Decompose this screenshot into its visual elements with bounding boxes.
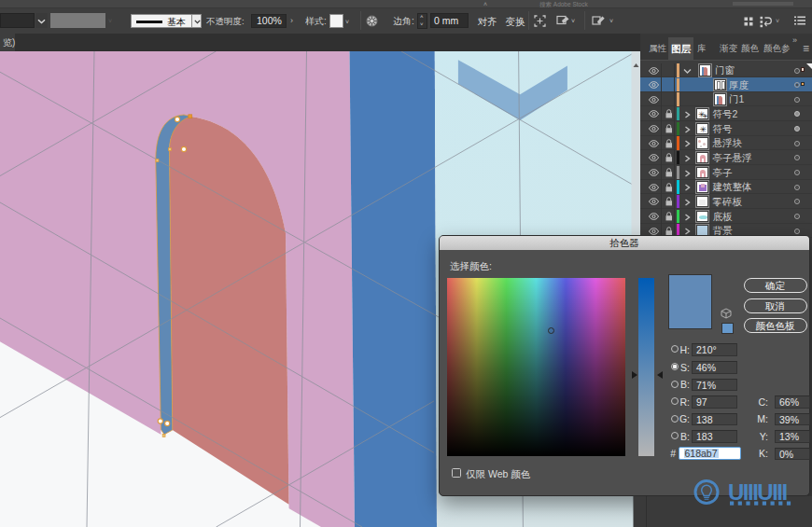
svg-text:UIIIUIII: UIIIUIII	[728, 479, 788, 505]
